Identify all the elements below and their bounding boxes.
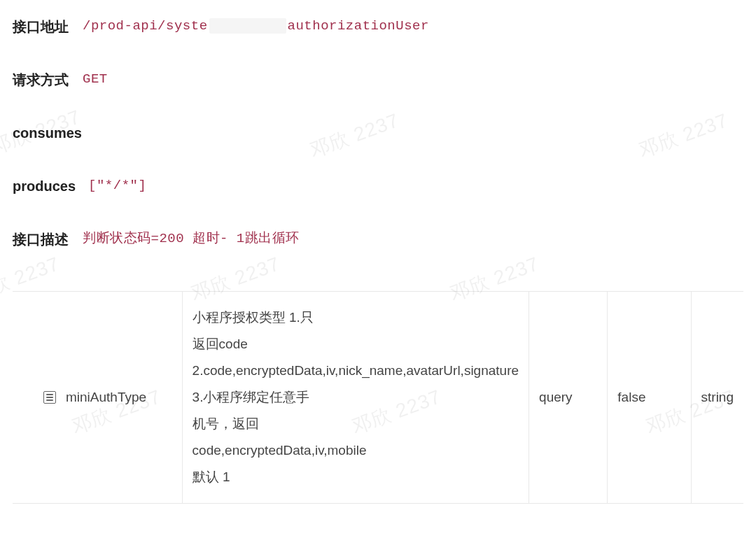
field-endpoint: 接口地址 /prod-api/systeauthorizationUser <box>13 15 743 38</box>
endpoint-suffix: authorizationUser <box>288 18 429 34</box>
param-desc-line: 2.code,encryptedData,iv,nick_name,avatar… <box>192 358 519 384</box>
api-doc: 接口地址 /prod-api/systeauthorizationUser 请求… <box>0 0 756 504</box>
field-label-consumes: consumes <box>13 122 94 144</box>
cell-param-in: query <box>529 292 608 504</box>
field-label-endpoint: 接口地址 <box>13 15 83 38</box>
list-icon <box>43 391 56 404</box>
params-table: miniAuthType 小程序授权类型 1.只 返回code 2.code,e… <box>13 291 743 504</box>
param-name-text: miniAuthType <box>66 384 146 411</box>
field-produces: produces ["*/*"] <box>13 175 743 197</box>
cell-param-type: string <box>691 292 743 504</box>
field-value-method: GET <box>83 69 108 90</box>
field-consumes: consumes <box>13 122 743 144</box>
field-label-description: 接口描述 <box>13 228 83 250</box>
field-method: 请求方式 GET <box>13 69 743 91</box>
table-row: miniAuthType 小程序授权类型 1.只 返回code 2.code,e… <box>13 292 743 504</box>
endpoint-redacted <box>209 18 286 34</box>
field-label-method: 请求方式 <box>13 69 83 91</box>
field-value-description: 判断状态码=200 超时- 1跳出循环 <box>83 228 300 249</box>
cell-param-description: 小程序授权类型 1.只 返回code 2.code,encryptedData,… <box>182 292 528 504</box>
param-desc-line: 返回code <box>192 331 519 358</box>
endpoint-prefix: /prod-api/syste <box>83 18 208 34</box>
param-desc-line: 3.小程序绑定任意手 <box>192 384 519 411</box>
field-value-endpoint: /prod-api/systeauthorizationUser <box>83 15 429 36</box>
field-label-produces: produces <box>13 175 88 197</box>
param-desc-line: 小程序授权类型 1.只 <box>192 304 519 331</box>
field-description: 接口描述 判断状态码=200 超时- 1跳出循环 <box>13 228 743 250</box>
param-desc-line: 机号，返回 <box>192 411 519 437</box>
param-desc-line: code,encryptedData,iv,mobile <box>192 437 519 464</box>
cell-param-name: miniAuthType <box>13 292 182 504</box>
param-desc-line: 默认 1 <box>192 464 519 490</box>
cell-param-required: false <box>608 292 691 504</box>
field-value-produces: ["*/*"] <box>88 175 146 196</box>
